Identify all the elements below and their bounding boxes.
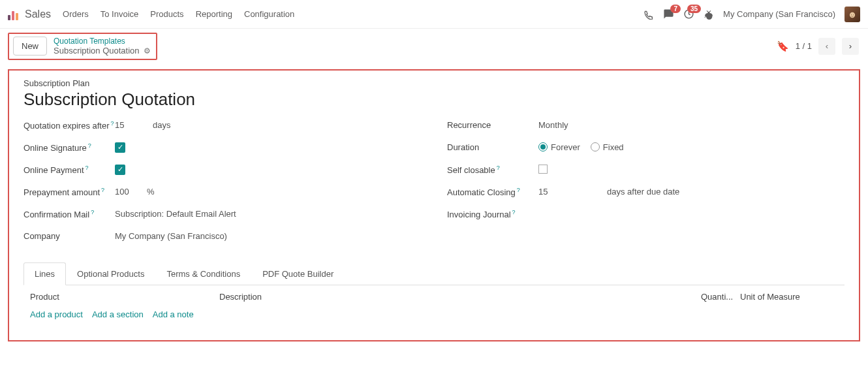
column-product[interactable]: Product bbox=[30, 292, 219, 302]
expires-unit: days bbox=[153, 120, 170, 130]
add-note-link[interactable]: Add a note bbox=[153, 309, 194, 319]
prepay-unit: % bbox=[147, 187, 155, 197]
top-nav: Sales Orders To Invoice Products Reporti… bbox=[0, 0, 868, 29]
nav-configuration[interactable]: Configuration bbox=[244, 9, 294, 19]
tab-pdf-builder[interactable]: PDF Quote Builder bbox=[251, 262, 345, 285]
column-quantity[interactable]: Quanti... bbox=[701, 292, 740, 302]
company-label: Company bbox=[23, 230, 115, 241]
breadcrumb-current: Subscription Quotation ⚙ bbox=[54, 46, 151, 56]
breadcrumb-current-text: Subscription Quotation bbox=[54, 46, 140, 56]
add-product-link[interactable]: Add a product bbox=[30, 309, 83, 319]
breadcrumb-highlight: New Quotation Templates Subscription Quo… bbox=[8, 33, 157, 60]
confirm-label: Confirmation Mail? bbox=[23, 208, 115, 219]
help-icon[interactable]: ? bbox=[85, 165, 89, 171]
duration-label: Duration bbox=[447, 141, 538, 152]
debug-icon[interactable] bbox=[704, 9, 714, 20]
breadcrumb-parent[interactable]: Quotation Templates bbox=[54, 37, 151, 46]
nav-reporting[interactable]: Reporting bbox=[196, 9, 232, 19]
messages-icon[interactable]: 7 bbox=[663, 8, 674, 20]
column-uom[interactable]: Unit of Measure bbox=[740, 292, 838, 302]
recurrence-label: Recurrence bbox=[447, 119, 538, 130]
selfclose-label: Self closable? bbox=[447, 163, 538, 175]
column-description[interactable]: Description bbox=[219, 292, 701, 302]
autoclose-label: Automatic Closing? bbox=[447, 185, 538, 197]
help-icon[interactable]: ? bbox=[517, 187, 520, 193]
gear-icon[interactable]: ⚙ bbox=[144, 46, 151, 55]
pager-text: 1 / 1 bbox=[796, 41, 812, 51]
new-button[interactable]: New bbox=[13, 37, 47, 55]
duration-forever-radio[interactable]: Forever bbox=[538, 142, 580, 152]
breadcrumb-row: New Quotation Templates Subscription Quo… bbox=[0, 29, 868, 60]
activities-badge: 35 bbox=[687, 5, 701, 13]
nav-products[interactable]: Products bbox=[150, 9, 183, 19]
expires-label: Quotation expires after? bbox=[23, 119, 115, 131]
help-icon[interactable]: ? bbox=[88, 142, 91, 149]
prepay-value[interactable]: 100 bbox=[115, 187, 129, 197]
pager: 🔖 1 / 1 ‹ › bbox=[777, 38, 860, 55]
pager-prev-button[interactable]: ‹ bbox=[818, 38, 835, 55]
selfclose-checkbox[interactable] bbox=[538, 165, 548, 174]
help-icon[interactable]: ? bbox=[111, 120, 114, 127]
left-column: Quotation expires after? 15days Online S… bbox=[23, 119, 421, 252]
messages-badge: 7 bbox=[670, 5, 681, 13]
company-value[interactable]: My Company (San Francisco) bbox=[115, 231, 227, 241]
grid-actions: Add a product Add a section Add a note bbox=[9, 308, 859, 321]
help-icon[interactable]: ? bbox=[101, 187, 104, 193]
help-icon[interactable]: ? bbox=[497, 165, 500, 171]
duration-fixed-radio[interactable]: Fixed bbox=[591, 142, 624, 152]
expires-value[interactable]: 15 bbox=[115, 120, 134, 130]
company-selector[interactable]: My Company (San Francisco) bbox=[723, 9, 835, 19]
activities-icon[interactable]: 35 bbox=[683, 8, 694, 20]
plan-label: Subscription Plan bbox=[23, 78, 845, 88]
tab-lines[interactable]: Lines bbox=[23, 262, 66, 285]
signature-checkbox[interactable]: ✓ bbox=[115, 142, 125, 153]
help-icon[interactable]: ? bbox=[512, 209, 516, 215]
pager-next-button[interactable]: › bbox=[842, 38, 859, 55]
nav-to-invoice[interactable]: To Invoice bbox=[101, 9, 139, 19]
main-form-panel: Subscription Plan Subscription Quotation… bbox=[8, 69, 860, 341]
help-icon[interactable]: ? bbox=[91, 209, 94, 215]
app-logo-icon bbox=[8, 8, 20, 20]
recurrence-value[interactable]: Monthly bbox=[538, 120, 568, 130]
tab-terms[interactable]: Terms & Conditions bbox=[155, 262, 251, 285]
journal-label: Invoicing Journal? bbox=[447, 208, 538, 219]
signature-label: Online Signature? bbox=[23, 141, 115, 153]
add-section-link[interactable]: Add a section bbox=[92, 309, 144, 319]
phone-icon[interactable] bbox=[643, 9, 654, 20]
plan-title[interactable]: Subscription Quotation bbox=[23, 89, 845, 110]
user-avatar[interactable]: ☻ bbox=[845, 7, 860, 22]
app-title[interactable]: Sales bbox=[25, 8, 51, 20]
grid-header: Product Description Quanti... Unit of Me… bbox=[9, 285, 859, 308]
payment-checkbox[interactable]: ✓ bbox=[115, 165, 125, 175]
tab-optional-products[interactable]: Optional Products bbox=[66, 262, 155, 285]
payment-label: Online Payment? bbox=[23, 163, 115, 175]
autoclose-value[interactable]: 15 bbox=[538, 187, 600, 197]
nav-orders[interactable]: Orders bbox=[63, 9, 89, 19]
tabs: Lines Optional Products Terms & Conditio… bbox=[23, 262, 845, 285]
bookmark-icon[interactable]: 🔖 bbox=[777, 40, 789, 52]
right-column: Recurrence Monthly Duration Forever Fixe… bbox=[447, 119, 845, 252]
autoclose-unit: days after due date bbox=[607, 187, 679, 197]
prepay-label: Prepayment amount? bbox=[23, 185, 115, 197]
confirm-value[interactable]: Subscription: Default Email Alert bbox=[115, 209, 236, 219]
